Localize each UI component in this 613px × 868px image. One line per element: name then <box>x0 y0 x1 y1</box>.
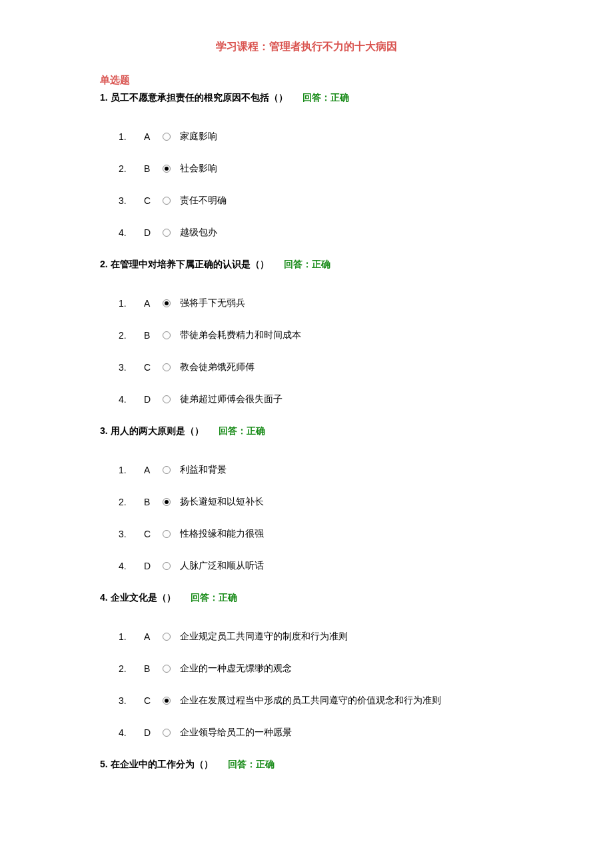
option-text: 强将手下无弱兵 <box>180 297 245 309</box>
option-letter: B <box>144 497 159 507</box>
radio-button[interactable] <box>163 665 171 673</box>
radio-button[interactable] <box>163 165 171 173</box>
radio-button[interactable] <box>163 498 171 506</box>
question-stem: 3. 用人的两大原则是（）回答：正确 <box>100 425 513 437</box>
option-row[interactable]: 4.D越级包办 <box>119 227 513 239</box>
options-group: 1.A家庭影响2.B社会影响3.C责任不明确4.D越级包办 <box>119 131 513 239</box>
option-number: 1. <box>119 131 144 142</box>
option-letter: D <box>144 227 159 238</box>
radio-button[interactable] <box>163 697 171 705</box>
option-row[interactable]: 4.D企业领导给员工的一种愿景 <box>119 727 513 739</box>
option-number: 3. <box>119 695 144 706</box>
option-letter: C <box>144 695 159 706</box>
option-text: 徒弟超过师傅会很失面子 <box>180 393 283 405</box>
option-row[interactable]: 3.C性格投缘和能力很强 <box>119 528 513 540</box>
option-number: 4. <box>119 561 144 571</box>
answer-status: 回答：正确 <box>284 259 330 269</box>
section-heading: 单选题 <box>100 74 513 87</box>
option-number: 3. <box>119 529 144 539</box>
option-letter: B <box>144 163 159 174</box>
option-letter: A <box>144 298 159 309</box>
option-text: 教会徒弟饿死师傅 <box>180 361 255 373</box>
radio-button[interactable] <box>163 299 171 307</box>
option-number: 4. <box>119 227 144 238</box>
option-row[interactable]: 4.D徒弟超过师傅会很失面子 <box>119 393 513 405</box>
option-text: 家庭影响 <box>180 131 217 143</box>
option-row[interactable]: 2.B社会影响 <box>119 163 513 175</box>
radio-button[interactable] <box>163 331 171 339</box>
question-text: 4. 企业文化是（） <box>100 592 176 603</box>
question-stem: 5. 在企业中的工作分为（）回答：正确 <box>100 759 513 771</box>
option-number: 2. <box>119 330 144 341</box>
option-number: 4. <box>119 394 144 405</box>
option-number: 1. <box>119 631 144 642</box>
radio-button[interactable] <box>163 395 171 403</box>
option-letter: C <box>144 529 159 539</box>
question-stem: 1. 员工不愿意承担责任的根究原因不包括（）回答：正确 <box>100 92 513 104</box>
question-text: 1. 员工不愿意承担责任的根究原因不包括（） <box>100 92 288 103</box>
option-number: 2. <box>119 163 144 174</box>
question-text: 3. 用人的两大原则是（） <box>100 425 204 436</box>
radio-button[interactable] <box>163 729 171 737</box>
option-row[interactable]: 4.D人脉广泛和顺从听话 <box>119 560 513 572</box>
option-row[interactable]: 3.C企业在发展过程当中形成的员工共同遵守的价值观念和行为准则 <box>119 695 513 707</box>
option-row[interactable]: 1.A家庭影响 <box>119 131 513 143</box>
option-text: 人脉广泛和顺从听话 <box>180 560 264 572</box>
option-letter: C <box>144 362 159 373</box>
option-text: 扬长避短和以短补长 <box>180 496 264 508</box>
option-row[interactable]: 1.A利益和背景 <box>119 464 513 476</box>
option-row[interactable]: 2.B扬长避短和以短补长 <box>119 496 513 508</box>
option-letter: A <box>144 131 159 142</box>
question-text: 2. 在管理中对培养下属正确的认识是（） <box>100 259 269 269</box>
option-number: 3. <box>119 195 144 206</box>
options-group: 1.A强将手下无弱兵2.B带徒弟会耗费精力和时间成本3.C教会徒弟饿死师傅4.D… <box>119 297 513 405</box>
option-letter: B <box>144 330 159 341</box>
option-number: 4. <box>119 727 144 738</box>
radio-button[interactable] <box>163 633 171 641</box>
radio-button[interactable] <box>163 466 171 474</box>
option-text: 社会影响 <box>180 163 217 175</box>
question-stem: 2. 在管理中对培养下属正确的认识是（）回答：正确 <box>100 259 513 271</box>
options-group: 1.A利益和背景2.B扬长避短和以短补长3.C性格投缘和能力很强4.D人脉广泛和… <box>119 464 513 572</box>
option-row[interactable]: 3.C教会徒弟饿死师傅 <box>119 361 513 373</box>
option-text: 企业领导给员工的一种愿景 <box>180 727 292 739</box>
radio-button[interactable] <box>163 133 171 141</box>
option-letter: D <box>144 561 159 571</box>
option-row[interactable]: 3.C责任不明确 <box>119 195 513 207</box>
answer-status: 回答：正确 <box>191 592 237 603</box>
option-text: 性格投缘和能力很强 <box>180 528 264 540</box>
option-number: 1. <box>119 298 144 309</box>
answer-status: 回答：正确 <box>303 92 349 103</box>
option-number: 2. <box>119 663 144 674</box>
option-letter: D <box>144 727 159 738</box>
question-stem: 4. 企业文化是（）回答：正确 <box>100 592 513 604</box>
option-number: 2. <box>119 497 144 507</box>
radio-button[interactable] <box>163 530 171 538</box>
option-text: 企业的一种虚无缥缈的观念 <box>180 663 292 675</box>
option-text: 带徒弟会耗费精力和时间成本 <box>180 329 301 341</box>
option-letter: A <box>144 465 159 475</box>
answer-status: 回答：正确 <box>219 425 265 436</box>
option-text: 企业在发展过程当中形成的员工共同遵守的价值观念和行为准则 <box>180 695 441 707</box>
course-title: 学习课程：管理者执行不力的十大病因 <box>100 40 513 54</box>
option-letter: B <box>144 663 159 674</box>
option-letter: D <box>144 394 159 405</box>
option-text: 责任不明确 <box>180 195 227 207</box>
radio-button[interactable] <box>163 562 171 570</box>
option-row[interactable]: 1.A企业规定员工共同遵守的制度和行为准则 <box>119 631 513 643</box>
answer-status: 回答：正确 <box>228 759 275 769</box>
option-text: 企业规定员工共同遵守的制度和行为准则 <box>180 631 348 643</box>
option-row[interactable]: 1.A强将手下无弱兵 <box>119 297 513 309</box>
option-row[interactable]: 2.B带徒弟会耗费精力和时间成本 <box>119 329 513 341</box>
option-text: 利益和背景 <box>180 464 227 476</box>
option-row[interactable]: 2.B企业的一种虚无缥缈的观念 <box>119 663 513 675</box>
options-group: 1.A企业规定员工共同遵守的制度和行为准则2.B企业的一种虚无缥缈的观念3.C企… <box>119 631 513 739</box>
option-number: 3. <box>119 362 144 373</box>
radio-button[interactable] <box>163 197 171 205</box>
option-letter: A <box>144 631 159 642</box>
option-letter: C <box>144 195 159 206</box>
option-number: 1. <box>119 465 144 475</box>
radio-button[interactable] <box>163 363 171 371</box>
radio-button[interactable] <box>163 229 171 237</box>
question-text: 5. 在企业中的工作分为（） <box>100 759 213 769</box>
